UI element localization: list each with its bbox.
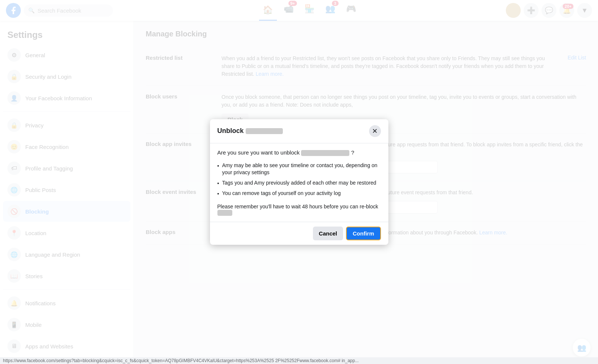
dialog-title: Unblock	[217, 127, 283, 135]
dialog-blocked-name	[246, 128, 283, 134]
dialog-note-name	[217, 210, 232, 216]
dialog-bullet-item-1: Amy may be able to see your timeline or …	[217, 162, 381, 176]
cancel-button[interactable]: Cancel	[313, 227, 343, 240]
dialog-bullet-item-2: Tags you and Amy previously added of eac…	[217, 179, 381, 187]
dialog-footer: Cancel Confirm	[210, 222, 388, 245]
dialog-close-button[interactable]: ✕	[369, 125, 381, 137]
dialog-note: Please remember you'll have to wait 48 h…	[217, 204, 381, 216]
dialog-header: Unblock ✕	[210, 119, 388, 143]
dialog-question: Are you sure you want to unblock ?	[217, 149, 381, 156]
dialog-bullet-list: Amy may be able to see your timeline or …	[217, 162, 381, 198]
dialog-question-name	[301, 150, 349, 156]
unblock-dialog: Unblock ✕ Are you sure you want to unblo…	[210, 119, 388, 245]
modal-overlay: Unblock ✕ Are you sure you want to unblo…	[0, 0, 598, 364]
status-bar: https://www.facebook.com/settings?tab=bl…	[0, 357, 598, 364]
status-url: https://www.facebook.com/settings?tab=bl…	[3, 358, 359, 363]
dialog-bullet-item-3: You can remove tags of yourself on your …	[217, 190, 381, 198]
confirm-button[interactable]: Confirm	[346, 227, 381, 240]
dialog-body: Are you sure you want to unblock ? Amy m…	[210, 143, 388, 222]
